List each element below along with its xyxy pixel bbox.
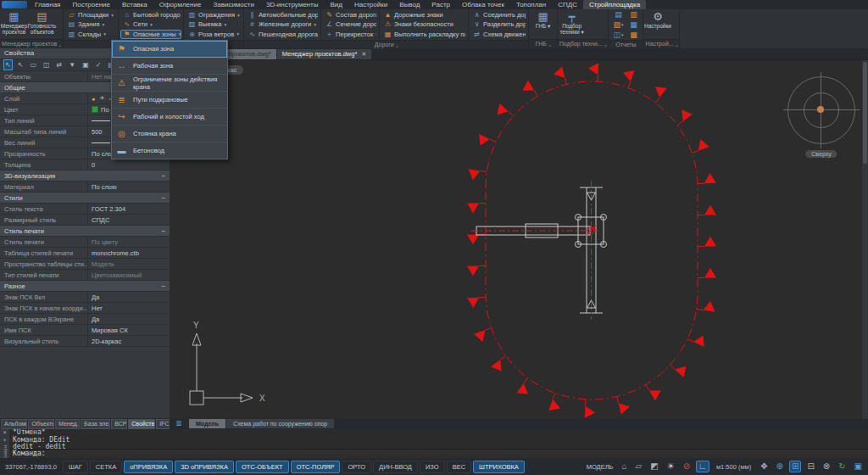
panel-tab-Объекты[interactable]: Объекты: [28, 419, 53, 429]
ribbon-button-report-add[interactable]: ▥: [626, 9, 641, 20]
select-rect-icon[interactable]: ▭: [28, 59, 38, 70]
menu-item-Бетоновод[interactable]: ▬Бетоновод: [112, 142, 227, 159]
menu-item-Пути подкрановые[interactable]: ≣Пути подкрановые: [112, 92, 227, 109]
ribbon-button-Здания[interactable]: ▤Здания▾: [65, 20, 116, 29]
dialog-launcher-icon[interactable]: ⌟: [58, 40, 61, 48]
property-value[interactable]: СПДС: [88, 216, 170, 224]
menu-item-Растр[interactable]: Растр: [426, 0, 456, 9]
property-value[interactable]: Мировая СК: [88, 327, 170, 334]
collapse-icon[interactable]: −: [162, 194, 165, 202]
fullscreen-icon[interactable]: ▣: [852, 461, 865, 472]
ribbon-button-Сети[interactable]: ∿Сети▾: [120, 20, 181, 29]
ribbon-button-Железные дороги[interactable]: #Железные дороги▾: [246, 20, 319, 29]
status-toggle-оПРИВЯЗКА[interactable]: оПРИВЯЗКА: [124, 461, 173, 473]
properties-section-Стиль печати[interactable]: Стиль печати−: [0, 226, 170, 237]
app-logo-icon[interactable]: [2, 1, 27, 8]
regen-icon[interactable]: ↻: [836, 461, 848, 472]
close-tab-icon[interactable]: ✕: [361, 49, 366, 59]
dialog-launcher-icon[interactable]: ⌟: [676, 40, 678, 48]
pan-icon[interactable]: ✥: [758, 461, 770, 472]
canvas-vertical-scrollbar[interactable]: [862, 60, 868, 419]
select-append-icon[interactable]: ↖: [3, 59, 13, 70]
property-value[interactable]: 0: [88, 161, 170, 169]
ribbon-button-Площадки[interactable]: ▱Площадки▾: [65, 10, 116, 20]
select-cursor-icon[interactable]: ↖: [16, 59, 25, 70]
ribbon-button-Пешеходная дорога[interactable]: ∿Пешеходная дорога: [246, 30, 319, 39]
property-value[interactable]: monochrome.ctb: [88, 249, 170, 257]
ribbon-button-Роза ветров[interactable]: ⊕Роза ветров▾: [186, 30, 242, 39]
menu-item-Оформление[interactable]: Оформление: [153, 0, 208, 9]
status-toggle-СЕТКА[interactable]: СЕТКА: [90, 461, 122, 473]
ribbon-button-report-chart[interactable]: ▧▾: [610, 20, 626, 30]
isolate-objects-icon[interactable]: ◩: [648, 461, 660, 472]
status-toggle-ОТС-ПОЛЯР[interactable]: ОТС-ПОЛЯР: [291, 461, 341, 473]
ribbon-button-report-grid[interactable]: ▩: [626, 30, 641, 40]
ruler-icon[interactable]: ∟: [696, 461, 709, 472]
menu-item-СПДС[interactable]: СПДС: [552, 0, 583, 9]
panel-tab-Менед...[interactable]: Менед...: [55, 419, 80, 429]
ribbon-button-Менеджер проектов[interactable]: ▦Менеджер проектов: [0, 9, 28, 39]
model-space-label[interactable]: МОДЕЛЬ: [587, 463, 615, 471]
menu-item-Стоянка крана[interactable]: ◎Стоянка крана: [112, 126, 227, 142]
menu-item-Главная[interactable]: Главная: [29, 0, 66, 9]
menu-item-Ограничение зоны действия крана[interactable]: ⚠Ограничение зоны действия крана: [112, 75, 227, 92]
menu-item-Топоплан[interactable]: Топоплан: [510, 0, 552, 9]
ribbon-button-Выполнить раскладку плит[interactable]: ▦Выполнить раскладку плит: [381, 30, 466, 39]
pin-icon[interactable]: ⌖: [3, 438, 7, 444]
command-input[interactable]: Команда:: [9, 449, 868, 458]
ribbon-button-Состав дороги[interactable]: ✎Состав дороги: [323, 10, 377, 20]
layer-sun-icon[interactable]: ☀: [99, 95, 104, 102]
panel-tab-ВСР[interactable]: ВСР: [111, 419, 127, 429]
menu-item-Вывод[interactable]: Вывод: [393, 0, 426, 9]
ribbon-button-Схема движения[interactable]: ⇄Схема движения: [470, 30, 526, 39]
scrollbar-thumb[interactable]: [863, 62, 867, 164]
lightbulb-icon[interactable]: ☀: [665, 461, 677, 472]
ribbon-button-report-folder[interactable]: ▦: [626, 20, 641, 30]
lock-ui-icon[interactable]: ⊘: [681, 461, 693, 472]
property-value[interactable]: ГОСТ 2.304: [88, 205, 170, 213]
status-toggle-ИЗО[interactable]: ИЗО: [420, 461, 445, 473]
dialog-launcher-icon[interactable]: ⌟: [548, 40, 551, 48]
property-value[interactable]: По слою: [88, 183, 170, 191]
ribbon-button-Дорожные знаки[interactable]: ▲Дорожные знаки: [381, 10, 466, 20]
properties-section-3D-визуализация[interactable]: 3D-визуализация−: [0, 170, 170, 182]
menu-item-Вставка[interactable]: Вставка: [116, 0, 153, 9]
ribbon-button-Готовность объектов[interactable]: ▤Готовность объектов: [28, 9, 56, 39]
dialog-launcher-icon[interactable]: ⌟: [604, 40, 607, 48]
zoom-icon[interactable]: ⊕: [774, 461, 786, 472]
ribbon-button-Соединить дороги[interactable]: ∧Соединить дороги: [470, 10, 526, 20]
properties-section-Стили[interactable]: Стили−: [0, 193, 170, 204]
ribbon-button-Перекресток[interactable]: +Перекресток▾: [323, 30, 377, 39]
drawing-canvas[interactable]: YX 2D-каркас Сверху: [170, 59, 868, 419]
panel-tab-Альбомы[interactable]: Альбомы: [1, 419, 27, 429]
status-toggle-ОРТО[interactable]: ОРТО: [342, 461, 371, 473]
ribbon-button-Разделить дорогу[interactable]: ∨Разделить дорогу: [470, 20, 526, 29]
zoom-window-icon[interactable]: ⊞: [789, 461, 801, 472]
ribbon-button-Ограждения[interactable]: ▥Ограждения▾: [186, 10, 242, 20]
panel-tab-IFC[interactable]: IFC: [156, 419, 170, 429]
ribbon-button-Опасные зоны[interactable]: ⚑Опасные зоны▾: [120, 30, 181, 39]
ribbon-button-Подбор техники[interactable]: ┯Подбор техники ▾: [558, 9, 586, 39]
status-toggle-ШАГ[interactable]: ШАГ: [63, 461, 88, 473]
view-compass[interactable]: Сверху: [783, 72, 860, 160]
ribbon-button-Выемка[interactable]: ▨Выемка▾: [186, 20, 242, 29]
ribbon-button-Знаки безопасности[interactable]: ⚠Знаки безопасности: [381, 20, 466, 29]
navigation-icon[interactable]: ⊗: [821, 461, 832, 472]
status-toggle-ВЕС[interactable]: ВЕС: [447, 461, 471, 473]
zoom-doc-icon[interactable]: ⊟: [804, 461, 816, 472]
copy-properties-icon[interactable]: ▣: [81, 59, 91, 70]
status-toggle-ОТС-ОБЪЕКТ[interactable]: ОТС-ОБЪЕКТ: [236, 461, 289, 473]
menu-item-Опасная зона[interactable]: ⚑Опасная зона: [112, 41, 227, 58]
ribbon-button-Настройки[interactable]: ⚙Настройки: [643, 9, 671, 39]
menu-item-Рабочая зона[interactable]: ↔Рабочая зона: [112, 58, 227, 75]
ribbon-button-report-doc[interactable]: ▤: [610, 9, 626, 20]
property-value[interactable]: Модель: [88, 260, 170, 268]
ribbon-button-report-table[interactable]: ◫▾: [610, 30, 626, 40]
status-toggle-ШТРИХОВКА[interactable]: ШТРИХОВКА: [473, 461, 525, 473]
menu-item-Облака точек[interactable]: Облака точек: [456, 0, 510, 9]
collapse-icon[interactable]: −: [162, 227, 165, 235]
layout-list-icon[interactable]: ≣: [172, 419, 186, 428]
ribbon-button-Автомобильные дороги[interactable]: ∥Автомобильные дороги▾: [246, 10, 319, 20]
workspace-icon[interactable]: ⌂: [620, 461, 630, 472]
sheet-icon[interactable]: ▱: [633, 461, 645, 472]
